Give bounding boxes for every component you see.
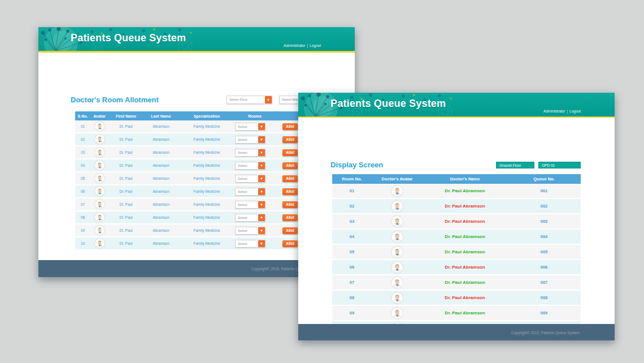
sno-cell: 06 [75, 185, 90, 197]
opd-button[interactable]: OPD 01 [538, 162, 581, 168]
app-title: Patients Queue System [330, 98, 446, 110]
doctor-avatar [95, 135, 105, 144]
specialization-cell: Family Medicine [179, 237, 235, 249]
rooms-cell: Select ▼ [235, 198, 275, 210]
specialization-cell: Family Medicine [179, 185, 235, 197]
specialization-cell: Family Medicine [179, 198, 235, 210]
dropdown-arrow-icon[interactable]: ▼ [265, 96, 272, 103]
queue-no-cell: 008 [507, 291, 581, 305]
room-select[interactable]: Select ▼ [235, 227, 266, 235]
room-select[interactable]: Select ▼ [235, 149, 266, 157]
dropdown-arrow-icon[interactable]: ▼ [258, 188, 265, 195]
logout-link[interactable]: Logout [310, 44, 321, 47]
dropdown-arrow-icon[interactable]: ▼ [258, 136, 265, 143]
avatar-cell [372, 260, 423, 274]
room-select[interactable]: Select ▼ [235, 162, 266, 170]
avatar-cell [90, 185, 108, 197]
room-select[interactable]: Select ▼ [235, 175, 266, 183]
room-no-cell: 09 [332, 306, 372, 320]
allot-button[interactable]: Allot [282, 149, 298, 156]
column-header-doctors-name: Doctor's Name [423, 174, 507, 184]
administrator-link[interactable]: Administrator [284, 44, 305, 47]
doctor-avatar [391, 292, 403, 304]
doctor-avatar [95, 187, 105, 196]
table-row: 09 Dr. Paul A [332, 306, 581, 321]
first-name-cell: Dr. Paul [108, 159, 143, 171]
allot-button[interactable]: Allot [282, 162, 298, 169]
avatar-cell [372, 184, 423, 198]
first-name-cell: Dr. Paul [108, 237, 143, 249]
doctor-avatar [391, 216, 403, 227]
sno-cell: 09 [75, 224, 90, 236]
rooms-cell: Select ▼ [235, 120, 275, 132]
table-row: 08 Dr. Paul A [332, 291, 581, 306]
copyright-text: Copyright© 2015, Patients Queue System [511, 330, 580, 334]
room-select-value: Select [238, 136, 247, 143]
room-select[interactable]: Select ▼ [235, 188, 266, 196]
room-select-value: Select [238, 188, 247, 195]
doctor-name-cell: Dr. Paul Abramson [423, 291, 507, 305]
dropdown-arrow-icon[interactable]: ▼ [258, 175, 265, 182]
room-select-value: Select [238, 123, 247, 130]
avatar-cell [372, 275, 423, 289]
avatar-cell [90, 211, 108, 223]
sno-cell: 01 [75, 120, 90, 132]
dropdown-arrow-icon[interactable]: ▼ [258, 149, 265, 156]
avatar-cell [90, 146, 108, 158]
dropdown-arrow-icon[interactable]: ▼ [258, 123, 265, 130]
administrator-link[interactable]: Administrator [543, 109, 565, 113]
first-name-cell: Dr. Paul [108, 198, 143, 210]
doctor-name-cell: Dr. Paul Abramson [423, 184, 507, 198]
first-name-cell: Dr. Paul [108, 224, 143, 236]
allot-button[interactable]: Allot [282, 227, 298, 234]
room-no-cell: 04 [332, 230, 372, 244]
avatar-cell [90, 198, 108, 210]
avatar-cell [372, 245, 423, 259]
room-select-value: Select [238, 214, 247, 221]
display-table-header: Room No. Doctor's Avatar Doctor's Name Q… [332, 174, 581, 184]
room-select[interactable]: Select ▼ [235, 136, 266, 144]
last-name-cell: Abramson [143, 198, 179, 210]
display-table: Room No. Doctor's Avatar Doctor's Name Q… [332, 174, 581, 336]
dropdown-arrow-icon[interactable]: ▼ [258, 227, 265, 234]
sno-cell: 07 [75, 198, 90, 210]
room-select[interactable]: Select ▼ [235, 201, 266, 209]
doctor-avatar [95, 213, 105, 222]
display-table-body: 01 Dr. Paul A [332, 184, 581, 336]
floor-select-value: Select Floor [229, 96, 247, 103]
room-select[interactable]: Select ▼ [235, 240, 266, 248]
allot-button[interactable]: Allot [282, 240, 298, 247]
room-select[interactable]: Select ▼ [235, 123, 266, 131]
allot-button[interactable]: Allot [282, 188, 298, 195]
doctor-avatar [391, 231, 403, 243]
rooms-cell: Select ▼ [235, 172, 275, 184]
page-title: Doctor's Room Allotment [71, 96, 159, 104]
logout-link[interactable]: Logout [569, 109, 581, 113]
ground-floor-button[interactable]: Ground Floor [496, 162, 534, 168]
allot-button[interactable]: Allot [282, 136, 298, 143]
column-header-room-no: Room No. [332, 174, 372, 184]
allot-button[interactable]: Allot [282, 123, 298, 130]
dropdown-arrow-icon[interactable]: ▼ [258, 214, 265, 221]
menu-separator: | [567, 109, 568, 113]
dropdown-arrow-icon[interactable]: ▼ [258, 201, 265, 208]
page-footer: Copyright© 2015, Patients Queue System [298, 324, 615, 340]
avatar-cell [90, 159, 108, 171]
room-select[interactable]: Select ▼ [235, 214, 266, 222]
dropdown-arrow-icon[interactable]: ▼ [258, 162, 265, 169]
queue-no-cell: 001 [507, 184, 581, 198]
rooms-cell: Select ▼ [235, 159, 275, 171]
last-name-cell: Abramson [143, 120, 179, 132]
dropdown-arrow-icon[interactable]: ▼ [258, 240, 265, 247]
allot-button[interactable]: Allot [282, 214, 298, 221]
sno-cell: 02 [75, 133, 90, 145]
allot-button[interactable]: Allot [282, 201, 298, 208]
allot-button[interactable]: Allot [282, 175, 298, 182]
avatar-cell [90, 133, 108, 145]
avatar-cell [90, 120, 108, 132]
doctor-name-cell: Dr. Paul Abramson [423, 275, 507, 289]
first-name-cell: Dr. Paul [108, 120, 143, 132]
specialization-cell: Family Medicine [179, 159, 235, 171]
floor-select[interactable]: Select Floor ▼ [227, 96, 272, 104]
specialization-cell: Family Medicine [179, 146, 235, 158]
